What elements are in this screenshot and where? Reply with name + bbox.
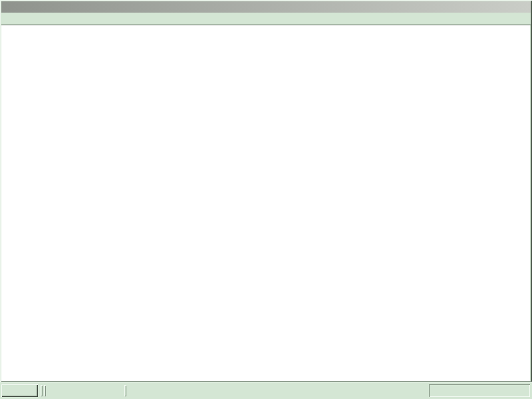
rebar-handle[interactable]	[124, 385, 126, 396]
start-button[interactable]	[1, 384, 38, 397]
plot-client-area	[1, 25, 530, 381]
rebar-handle[interactable]	[41, 385, 43, 396]
rebar-handle[interactable]	[44, 385, 46, 396]
desktop: { "colors":{ "window_face":"#d4e6d4", "t…	[0, 0, 532, 399]
system-tray	[429, 384, 530, 397]
titlebar[interactable]	[1, 1, 531, 13]
taskbar	[0, 382, 532, 399]
plot-canvas	[1, 25, 530, 381]
quick-launch-bar	[48, 384, 51, 397]
menubar	[1, 13, 531, 25]
application-window	[0, 0, 532, 382]
